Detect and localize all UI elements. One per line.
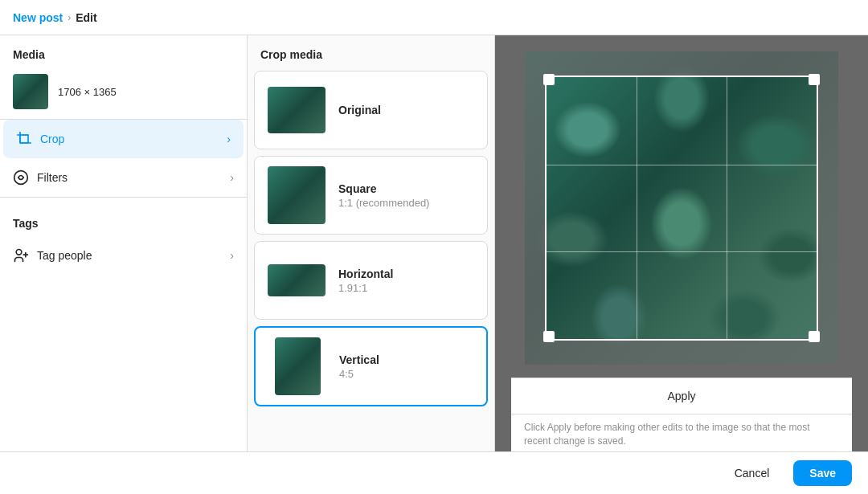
footer: Cancel Save	[0, 451, 868, 494]
crop-chevron-icon: ›	[227, 133, 231, 145]
media-item[interactable]: 1706 × 1365	[0, 67, 247, 119]
media-section-title: Media	[0, 35, 247, 67]
crop-name-horizontal: Horizontal	[338, 267, 393, 280]
breadcrumb-new-post[interactable]: New post	[13, 11, 63, 24]
crop-ratio-horizontal: 1.91:1	[338, 282, 393, 294]
tag-people-chevron-icon: ›	[230, 249, 234, 262]
crop-name-square: Square	[338, 182, 429, 195]
crop-thumb-original-container	[268, 81, 326, 139]
svg-point-2	[16, 250, 22, 255]
outside-top	[525, 51, 838, 76]
crop-info-horizontal: Horizontal 1.91:1	[338, 267, 393, 294]
filters-icon	[13, 169, 29, 186]
tag-people-label: Tag people	[37, 249, 92, 262]
filters-menu-item[interactable]: Filters ›	[0, 158, 247, 197]
crop-name-original: Original	[338, 104, 381, 116]
cancel-button[interactable]: Cancel	[719, 460, 786, 486]
handle-top-left[interactable]	[543, 74, 555, 85]
crop-media-title: Crop media	[248, 35, 494, 71]
crop-thumb-horizontal-container	[268, 251, 326, 309]
crop-option-horizontal[interactable]: Horizontal 1.91:1	[254, 241, 488, 320]
right-panel: Apply Click Apply before making other ed…	[495, 35, 868, 451]
crop-thumb-vertical	[275, 337, 321, 395]
grid-line-v1	[637, 77, 637, 339]
crop-option-original[interactable]: Original	[254, 71, 488, 149]
apply-button[interactable]: Apply	[524, 386, 839, 406]
crop-thumb-horizontal	[268, 264, 326, 296]
crop-ratio-square: 1:1 (recommended)	[338, 197, 429, 209]
crop-info-vertical: Vertical 4:5	[339, 353, 379, 380]
middle-panel: Crop media Original Square 1:1 (recommen…	[248, 35, 495, 451]
outside-right	[818, 76, 838, 341]
handle-top-right[interactable]	[809, 74, 820, 85]
crop-icon	[16, 131, 32, 147]
crop-inner[interactable]	[545, 76, 818, 341]
crop-label: Crop	[40, 133, 64, 145]
crop-option-square[interactable]: Square 1:1 (recommended)	[254, 156, 488, 235]
crop-option-vertical[interactable]: Vertical 4:5	[254, 326, 488, 406]
crop-thumb-square	[268, 166, 326, 224]
crop-box-wrapper[interactable]	[525, 51, 838, 365]
outside-left	[525, 76, 545, 341]
grid-line-h2	[547, 251, 817, 252]
tag-people-menu-item[interactable]: Tag people ›	[0, 236, 247, 275]
bottom-controls: Apply Click Apply before making other ed…	[511, 378, 852, 451]
main-layout: Media 1706 × 1365 Crop ›	[0, 35, 868, 451]
apply-note: Click Apply before making other edits to…	[511, 414, 852, 451]
grid-line-h1	[547, 165, 817, 165]
svg-point-1	[14, 171, 28, 185]
handle-bottom-right[interactable]	[809, 331, 820, 342]
crop-thumb-square-container	[268, 166, 326, 224]
crop-info-original: Original	[338, 104, 381, 116]
outside-bottom	[525, 341, 838, 365]
grid-line-v2	[727, 77, 727, 339]
crop-name-vertical: Vertical	[339, 353, 379, 366]
crop-menu-item[interactable]: Crop ›	[3, 120, 244, 158]
filters-label: Filters	[37, 171, 68, 184]
save-button[interactable]: Save	[793, 460, 852, 486]
svg-rect-0	[20, 135, 28, 143]
top-bar: New post › Edit	[0, 0, 868, 35]
preview-area	[511, 51, 852, 365]
apply-btn-row: Apply	[511, 378, 852, 414]
media-dimensions: 1706 × 1365	[58, 86, 117, 98]
tags-section: Tags Tag people ›	[0, 198, 247, 275]
breadcrumb-edit: Edit	[76, 11, 96, 24]
left-panel: Media 1706 × 1365 Crop ›	[0, 35, 248, 451]
crop-ratio-vertical: 4:5	[339, 368, 379, 380]
breadcrumb-separator: ›	[68, 12, 71, 23]
tag-people-icon	[13, 247, 29, 263]
handle-bottom-left[interactable]	[543, 331, 555, 342]
crop-info-square: Square 1:1 (recommended)	[338, 182, 429, 209]
filters-chevron-icon: ›	[230, 171, 234, 184]
crop-thumb-vertical-container	[268, 337, 326, 395]
tags-title: Tags	[0, 204, 247, 236]
crop-thumb-original	[268, 87, 326, 133]
media-thumbnail	[13, 74, 48, 109]
